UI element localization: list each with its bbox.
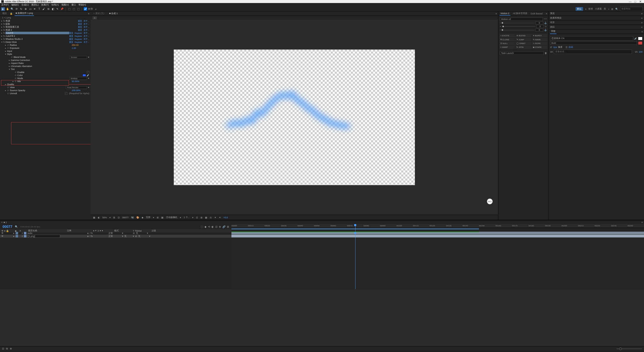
prop-blendmode[interactable]: Blend Mode: [14, 56, 69, 58]
anchor-icon-3[interactable]: ⚓: [544, 29, 547, 31]
timeline-ruler[interactable]: 0000000010000200003000040000500006000070…: [231, 224, 644, 228]
search-layer-icon[interactable]: 🔍: [15, 225, 18, 228]
menu-view[interactable]: 视图(V): [61, 3, 69, 7]
brush-tool[interactable]: 🖌: [42, 7, 46, 11]
eye-icon[interactable]: 👁: [1, 232, 4, 234]
panel-track[interactable]: 跟踪≡: [549, 25, 644, 29]
prop-view[interactable]: View: [10, 86, 66, 89]
curve-icon[interactable]: 〰: [544, 17, 547, 21]
tracking-value[interactable]: 100: [639, 51, 642, 53]
tl-icon-4[interactable]: ◐: [212, 225, 214, 228]
rect-tool[interactable]: ▭: [28, 7, 32, 11]
anchor-tool[interactable]: ⊕: [24, 7, 27, 11]
btn-name[interactable]: ✎ NAME: [532, 38, 547, 41]
views-dropdown[interactable]: 1 个...: [184, 216, 190, 219]
view-opt5-icon[interactable]: ✦: [214, 216, 216, 219]
workspace-standard[interactable]: 标准: [588, 7, 593, 11]
tl-icon-1[interactable]: ⬚: [201, 225, 203, 228]
tl-menu-icon[interactable]: ≡: [641, 221, 643, 224]
prop-enable[interactable]: Enable: [17, 71, 87, 74]
prop-tint[interactable]: Tint: [11, 68, 89, 71]
prop-aspect[interactable]: Aspect Ratio: [11, 62, 89, 64]
tl-icon-2[interactable]: ◆: [205, 225, 207, 228]
ch-icon[interactable]: ◆: [142, 216, 143, 219]
tab-comp1[interactable]: ■ 合成 1: [108, 11, 119, 16]
tasklaunch-dropdown[interactable]: Task Launch: [500, 51, 544, 55]
prop-chroma[interactable]: Chromatic Aberration: [11, 65, 89, 67]
fx-tint2[interactable]: 色调 2: [6, 28, 78, 32]
btn-burst[interactable]: ✦ BURST: [532, 34, 547, 37]
menu-animation[interactable]: 动画(A): [51, 3, 59, 7]
viewer-menu-icon[interactable]: ≡: [496, 12, 497, 15]
orbit-camera-tool[interactable]: ⟳: [15, 7, 18, 11]
tl-tab-1[interactable]: ■ 1: [4, 221, 7, 224]
tab-footage[interactable]: × 素材 (无): [92, 11, 106, 16]
playhead[interactable]: [355, 224, 355, 232]
workspace-small[interactable]: 小屏幕: [595, 7, 602, 11]
snapping-checkbox[interactable]: [84, 7, 87, 11]
tab-character[interactable]: 字符: [550, 29, 556, 34]
exposure-icon[interactable]: ☀: [219, 216, 221, 219]
unmult-checkbox[interactable]: ✓: [65, 92, 67, 95]
eyedrop-font-icon[interactable]: 💉: [634, 37, 637, 40]
eye-icon[interactable]: 👁: [1, 235, 4, 237]
fx-autofill[interactable]: AutoFill: [6, 32, 69, 34]
selection-tool[interactable]: ▶: [1, 7, 5, 11]
rotate-tool[interactable]: ↻: [19, 7, 23, 11]
clone-tool[interactable]: ⧉: [47, 7, 50, 11]
motion-menu-icon[interactable]: ≡: [546, 12, 547, 15]
color-icon[interactable]: 🎨: [136, 216, 139, 219]
minimize-button[interactable]: —: [628, 0, 633, 3]
viewer-id[interactable]: 1: [93, 16, 97, 19]
exposure-value[interactable]: +0.0: [223, 216, 228, 219]
prop-style[interactable]: Style: [7, 53, 89, 55]
anchor-icon-2[interactable]: ⊹: [545, 25, 547, 28]
panel-fxpreset[interactable]: 效果和预设≡: [549, 16, 644, 20]
zoom-tool[interactable]: 🔍: [10, 7, 14, 11]
btn-spin[interactable]: ↻ SPIN: [515, 46, 531, 49]
view-opt1-icon[interactable]: ⊡: [196, 216, 198, 219]
mode-dropdown[interactable]: Multiply: [69, 77, 87, 80]
leading-value[interactable]: 自动: [569, 46, 573, 49]
tl-icon-3[interactable]: ⟲: [208, 225, 210, 228]
layer-row-1[interactable]: 👁 ▸1 sudu ♠ / fx 正常▾ ⊘无▾: [0, 232, 231, 235]
enable-checkbox[interactable]: ✓: [87, 71, 89, 74]
menu-file[interactable]: 文件(F): [1, 3, 9, 7]
alpha-icon[interactable]: ▦: [93, 216, 95, 219]
menu-edit[interactable]: 编辑(E): [11, 3, 19, 7]
btn-jump[interactable]: ↷ JUMP: [515, 38, 531, 41]
btn-blend[interactable]: ≋ BLEND: [515, 34, 531, 37]
panel-align[interactable]: 对齐≡: [549, 20, 644, 25]
stroke-color[interactable]: [638, 41, 642, 45]
blendmode-dropdown[interactable]: Screen: [69, 56, 87, 59]
motion-slider-2[interactable]: [502, 26, 535, 27]
menu-window[interactable]: 窗口: [71, 3, 76, 7]
font-weight-dropdown[interactable]: Bold: [550, 41, 637, 45]
timeline-tracks[interactable]: [231, 232, 644, 289]
fx-shadowstudio[interactable]: Shadow Studio 2: [6, 38, 69, 40]
prop-mix[interactable]: Mix: [17, 80, 72, 83]
btn-stare[interactable]: ◉ STARE: [532, 46, 547, 49]
workspace-library[interactable]: 库: [604, 7, 606, 11]
prop-input[interactable]: Input: [7, 50, 89, 52]
font-family-dropdown[interactable]: 思源黑体 CN: [550, 36, 633, 41]
panel-menu-icon[interactable]: ≡: [88, 12, 89, 15]
prop-mode[interactable]: Mode: [17, 77, 69, 80]
roto-tool[interactable]: ✎: [56, 7, 59, 11]
guide-icon[interactable]: ▦: [161, 216, 164, 219]
prop-opacity[interactable]: Source Opacity: [10, 89, 72, 92]
pen-tool[interactable]: ✒: [33, 7, 36, 11]
menu-effect[interactable]: 效果(T): [41, 3, 49, 7]
composition-canvas[interactable]: [174, 49, 415, 185]
btn-orbit[interactable]: ◯ ORBIT: [515, 42, 531, 45]
lock-icon[interactable]: 🔒: [10, 12, 13, 15]
tl-icon-6[interactable]: ⊕: [219, 225, 221, 228]
btn-null[interactable]: ⊡ NULL: [499, 42, 515, 45]
prop-gamma[interactable]: Gamma Correction: [11, 59, 89, 61]
kerning-dropdown[interactable]: 度量标准...: [554, 50, 632, 54]
prop-color[interactable]: Color: [17, 74, 83, 77]
tl-footer-icon2[interactable]: ⧉: [6, 347, 8, 350]
current-frame[interactable]: 00077: [3, 225, 12, 229]
maximize-button[interactable]: □: [633, 0, 638, 3]
res-icon[interactable]: ⊞: [113, 216, 115, 219]
